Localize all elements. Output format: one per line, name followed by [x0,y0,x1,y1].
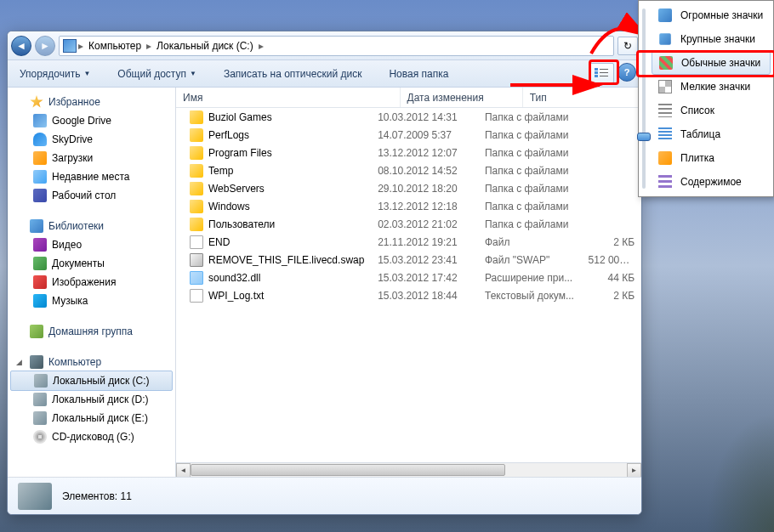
file-icon [190,289,203,303]
svg-rect-5 [600,76,608,76]
horizontal-scrollbar[interactable]: ◄ ► [176,462,641,477]
file-name: Program Files [208,147,272,159]
address-bar-row: ◄ ► ▸ Компьютер ▸ Локальный диск (C:) ▸ … [8,31,641,60]
chevron-right-icon[interactable]: ▸ [78,40,83,52]
breadcrumb-segment[interactable]: Локальный диск (C:) [153,40,257,52]
column-type[interactable]: Тип [523,88,641,107]
column-date[interactable]: Дата изменения [401,88,523,107]
file-row[interactable]: sound32.dll15.03.2012 17:42Расширение пр… [176,269,641,286]
svg-rect-3 [600,72,608,73]
sidebar-item-desktop[interactable]: Рабочий стол [8,186,175,205]
breadcrumb-segment[interactable]: Компьютер [85,40,145,52]
file-date: 21.11.2012 19:21 [371,236,478,248]
file-type: Файл [478,236,582,248]
file-list[interactable]: Buziol Games10.03.2012 14:31Папка с файл… [176,108,641,462]
file-date: 08.10.2012 14:52 [371,165,478,177]
folder-icon [190,164,203,178]
file-type: Папка с файлами [478,201,582,212]
file-row[interactable]: Temp08.10.2012 14:52Папка с файлами [176,161,641,179]
toolbar: Упорядочить▼ Общий доступ▼ Записать на о… [8,60,641,88]
cloud-icon [33,133,47,146]
content-icon [658,175,672,189]
computer-icon [30,355,43,369]
sidebar-item-documents[interactable]: Документы [8,254,175,273]
scroll-left-button[interactable]: ◄ [176,463,191,477]
scrollbar-thumb[interactable] [191,464,505,476]
view-table[interactable]: Таблица [652,122,771,146]
download-icon [33,151,47,165]
change-view-button[interactable] [589,63,614,83]
view-large-icons[interactable]: Крупные значки [652,27,771,51]
share-button[interactable]: Общий доступ▼ [112,65,202,83]
file-icon [190,235,203,249]
forward-button[interactable]: ► [35,36,55,56]
file-type: Папка с файлами [478,111,582,123]
view-size-slider-track[interactable] [642,8,646,189]
burn-button[interactable]: Записать на оптический диск [219,65,367,83]
file-date: 13.12.2012 12:07 [371,147,478,159]
view-list[interactable]: Список [652,99,771,122]
new-folder-button[interactable]: Новая папка [384,65,453,83]
file-size: 512 000 КБ [582,254,641,266]
gdrive-icon [33,114,47,127]
file-date: 02.03.2012 21:02 [371,218,478,230]
file-row[interactable]: Buziol Games10.03.2012 14:31Папка с файл… [176,108,641,126]
sidebar-item-downloads[interactable]: Загрузки [8,149,175,167]
tile-icon [658,151,672,165]
file-type: Папка с файлами [478,218,582,230]
sidebar-favorites-header[interactable]: Избранное [8,93,175,111]
scroll-right-button[interactable]: ► [627,463,641,477]
view-content[interactable]: Содержимое [652,170,771,194]
refresh-button[interactable]: ↻ [617,37,638,55]
help-button[interactable]: ? [617,63,636,82]
view-size-slider-thumb[interactable] [637,133,651,141]
sidebar-item-video[interactable]: Видео [8,235,175,254]
breadcrumb[interactable]: ▸ Компьютер ▸ Локальный диск (C:) ▸ [59,36,614,56]
desktop-icon [33,189,47,202]
view-huge-icons[interactable]: Огромные значки [652,3,771,27]
file-name: Temp [208,165,233,177]
drive-icon [63,39,77,53]
file-row[interactable]: Program Files13.12.2012 12:07Папка с фай… [176,144,641,161]
sidebar-item-drive-c[interactable]: Локальный диск (C:) [10,371,173,391]
file-date: 13.12.2012 12:18 [371,201,478,212]
sidebar-computer-header[interactable]: ◢Компьютер [8,353,175,371]
navigation-sidebar: Избранное Google Drive SkyDrive Загрузки… [8,88,176,477]
folder-icon [190,182,203,195]
column-headers: Имя Дата изменения Тип [176,88,641,108]
view-small-icons[interactable]: Мелкие значки [652,75,771,99]
sidebar-item-recent[interactable]: Недавние места [8,167,175,186]
chevron-right-icon[interactable]: ▸ [146,40,151,52]
organize-button[interactable]: Упорядочить▼ [14,65,95,83]
file-row[interactable]: WPI_Log.txt15.03.2012 18:44Текстовый док… [176,286,641,304]
sidebar-item-drive-d[interactable]: Локальный диск (D:) [8,390,175,409]
view-medium-icons[interactable]: Обычные значки [652,51,771,75]
sidebar-item-gdrive[interactable]: Google Drive [8,111,175,130]
file-type: Расширение при... [478,272,582,284]
sidebar-item-drive-g[interactable]: CD-дисковод (G:) [8,427,175,446]
file-row[interactable]: REMOVE_THIS_FILE.livecd.swap15.03.2012 2… [176,251,641,269]
back-button[interactable]: ◄ [11,36,31,56]
cd-icon [33,430,47,444]
view-tile[interactable]: Плитка [652,146,771,170]
folder-icon [190,200,203,213]
sidebar-libraries-header[interactable]: Библиотеки [8,217,175,235]
file-row[interactable]: Пользователи02.03.2012 21:02Папка с файл… [176,215,641,233]
sidebar-item-skydrive[interactable]: SkyDrive [8,130,175,149]
list-icon [658,104,672,117]
file-row[interactable]: END21.11.2012 19:21Файл2 КБ [176,233,641,251]
details-view-icon [595,68,608,78]
column-name[interactable]: Имя [176,88,401,107]
chevron-right-icon[interactable]: ▸ [259,40,264,52]
sidebar-item-drive-e[interactable]: Локальный диск (E:) [8,409,175,427]
file-row[interactable]: Windows13.12.2012 12:18Папка с файлами [176,197,641,215]
file-name: Buziol Games [208,111,272,123]
sidebar-homegroup-header[interactable]: Домашняя группа [8,322,175,341]
file-type: Файл "SWAP" [478,254,582,266]
folder-icon [190,218,203,231]
sidebar-item-images[interactable]: Изображения [8,273,175,291]
file-row[interactable]: PerfLogs14.07.2009 5:37Папка с файлами [176,126,641,144]
sidebar-item-music[interactable]: Музыка [8,291,175,310]
file-size: 44 КБ [582,272,641,284]
file-row[interactable]: WebServers29.10.2012 18:20Папка с файлам… [176,179,641,197]
